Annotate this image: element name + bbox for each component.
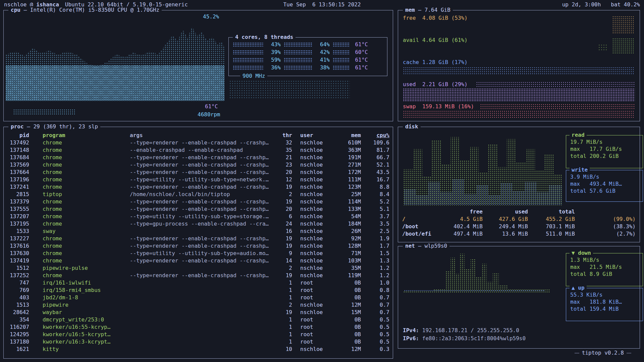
args-cell: --type=utility --utility-sub-type=audio.… xyxy=(115,250,272,257)
cpu-history-graph xyxy=(6,22,224,101)
program-cell: chrome xyxy=(29,250,115,257)
proc-panel-title: proc — 29 (369 thr), 23 slp xyxy=(8,123,100,130)
thr-cell: 1 xyxy=(272,323,292,331)
program-cell: irq/161-iwlwifi xyxy=(29,279,115,287)
args-cell: --type=renderer --enable-crashpad --cras… xyxy=(115,154,272,161)
pid-cell: 28642 xyxy=(8,309,29,316)
mem-cell: 26M xyxy=(332,228,361,235)
mem-cell: 191M xyxy=(332,154,361,161)
total-cell: 455.2 GiB xyxy=(528,216,575,223)
net-traffic-graph xyxy=(404,251,550,293)
cpu-model: — Intel(R) Core(TM) i5-8350U CPU @ 1.70G… xyxy=(20,7,159,13)
program-cell: pipewire-pulse xyxy=(29,264,115,272)
process-row: 137180 kworker/u16:3-kcrypt… 1 root 0B 0… xyxy=(8,338,389,346)
disk-read-rate: 19.7 MiB/s xyxy=(570,138,639,145)
mem-cell: 35M xyxy=(332,264,361,272)
pid-cell: 137241 xyxy=(8,183,29,191)
process-row: 2815 tiptop /home/nschloe/.local/bin/tip… xyxy=(8,191,389,198)
cpu-cell: 109.6 xyxy=(361,139,389,146)
core-usage-percent: 43% xyxy=(267,41,281,48)
mem-cell: 0B xyxy=(332,294,361,301)
mem-cell: 111M xyxy=(332,176,361,183)
mem-cell: 0B xyxy=(332,331,361,338)
mem-swap-graph-strip xyxy=(480,104,635,109)
process-row: 137664 chrome --type=renderer --enable-c… xyxy=(8,169,389,176)
user-cell: root xyxy=(292,316,332,323)
net-interface: — wlp59s0 xyxy=(415,243,447,249)
cpu-cell: 66.7 xyxy=(361,154,389,161)
args-cell: --type=renderer --enable-crashpad --cras… xyxy=(115,257,272,264)
thr-cell: 19 xyxy=(272,198,292,205)
spacer xyxy=(402,208,439,216)
proc-panel: proc — 29 (369 thr), 23 slp pid program … xyxy=(3,127,393,359)
args-cell: --type=renderer --enable-crashpad --cras… xyxy=(115,161,272,169)
cpu-panel: cpu — Intel(R) Core(TM) i5-8350U CPU @ 1… xyxy=(3,10,393,121)
ipv4-line: IPv4: 192.168.178.21 / 255.255.255.0 xyxy=(403,327,519,334)
percent-cell: (2.7%) xyxy=(575,230,636,238)
pid-cell: 137616 xyxy=(8,242,29,250)
process-row: 137252 chrome --type=renderer --enable-c… xyxy=(8,272,389,279)
free-cell: 497.4 MiB xyxy=(439,230,483,238)
thr-cell: 19 xyxy=(272,242,292,250)
cpu-cell: 1.2 xyxy=(361,264,389,272)
thr-cell: 16 xyxy=(272,228,292,235)
program-cell: chrome xyxy=(29,205,115,213)
cpu-cell: 0.5 xyxy=(361,323,389,331)
program-cell: chrome xyxy=(29,154,115,161)
mem-free-label: free4.08 GiB (53%) xyxy=(403,14,468,22)
thr-cell: 1 xyxy=(272,331,292,338)
percent-cell: (38.3%) xyxy=(575,223,636,230)
pid-cell: 769 xyxy=(8,287,29,294)
user-cell: nschloe xyxy=(292,220,332,228)
mem-cell: 103M xyxy=(332,257,361,264)
thr-cell: 2 xyxy=(272,264,292,272)
total-cell: 703.1 MiB xyxy=(528,223,575,230)
cpu-cell: 1.3 xyxy=(361,257,389,264)
core-usage-gauge xyxy=(284,42,313,47)
net-up-title: ▲ up xyxy=(570,284,587,291)
pid-cell: 137664 xyxy=(8,169,29,176)
mem-swap-graph xyxy=(403,110,635,118)
args-cell: --type=renderer --enable-crashpad --cras… xyxy=(115,272,272,279)
user-cell: nschloe xyxy=(292,235,332,242)
user-cell: nschloe xyxy=(292,161,332,169)
thr-cell: 20 xyxy=(272,205,292,213)
disk-write-title: write xyxy=(570,166,590,173)
program-cell: kworker/u16:55-kcryp… xyxy=(29,323,115,331)
args-cell: --type=renderer --enable-crashpad --cras… xyxy=(115,183,272,191)
pid-cell: 116207 xyxy=(8,323,29,331)
disk-read-title: read xyxy=(570,131,587,138)
cpu-cell: 0.7 xyxy=(361,301,389,309)
header-mem: mem xyxy=(332,132,361,139)
pid-cell: 137195 xyxy=(8,220,29,228)
cpu-temperature: 61°C xyxy=(205,103,218,110)
footer-line xyxy=(627,353,631,353)
net-panel: net — wlp59s0 ▼ down 1.3 MiB/s max 21.5 … xyxy=(398,246,640,349)
pid-cell: 137148 xyxy=(8,146,29,154)
core-temp-gauge xyxy=(333,42,350,47)
process-row: 137616 chrome --type=renderer --enable-c… xyxy=(8,242,389,250)
pid-cell: 137492 xyxy=(8,139,29,146)
cpu-core-row: 36% 38% 61°C xyxy=(233,64,383,71)
disk-row: / 4.5 GiB 427.6 GiB 455.2 GiB (99.0%) xyxy=(402,216,636,223)
disk-usage-table: free used total / 4.5 GiB 427.6 GiB 455.… xyxy=(402,208,636,238)
user-cell: nschloe xyxy=(292,198,332,205)
mem-cell: 0B xyxy=(332,338,361,346)
args-cell: --type=renderer --enable-crashpad --cras… xyxy=(115,205,272,213)
args-cell xyxy=(115,338,272,346)
program-cell: chrome xyxy=(29,161,115,169)
core-usage-gauge xyxy=(284,65,313,70)
program-cell: chrome xyxy=(29,183,115,191)
process-row: 137569 chrome --type=renderer --enable-c… xyxy=(8,161,389,169)
core-usage-gauge xyxy=(284,58,313,62)
program-cell: chrome xyxy=(29,169,115,176)
pid-cell: 137207 xyxy=(8,213,29,220)
process-row: 1512 pipewire-pulse 2 nschloe 35M 1.2 xyxy=(8,264,389,272)
core-temp: 61°C xyxy=(353,41,368,48)
user-cell: nschloe xyxy=(292,264,332,272)
cpu-cell: 43.5 xyxy=(361,169,389,176)
ipv4-address: 192.168.178.21 / 255.255.255.0 xyxy=(419,327,519,334)
mem-avail-graph-tail xyxy=(598,44,608,51)
cpu-cell: 0.7 xyxy=(361,294,389,301)
process-row: 137207 chrome --type=utility --utility-s… xyxy=(8,213,389,220)
